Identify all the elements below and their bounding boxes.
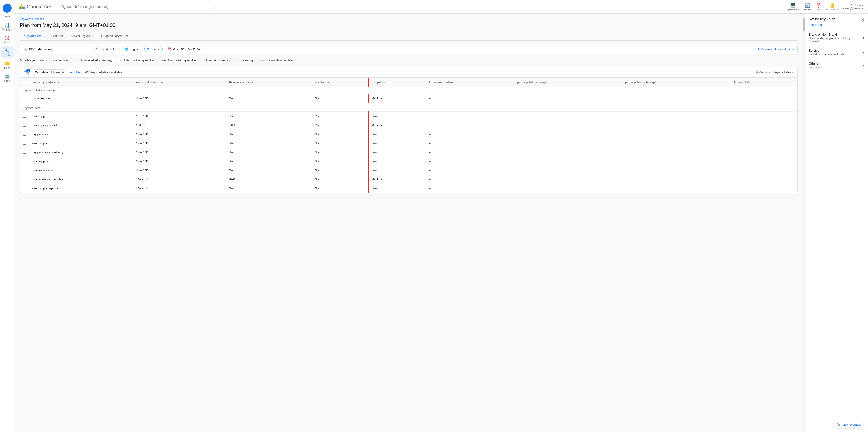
network-chip[interactable]: G Google [144, 46, 163, 52]
row-checkbox-cell[interactable] [20, 120, 29, 129]
search-box[interactable]: 🔍 [57, 2, 215, 11]
row-checkbox-cell[interactable] [20, 175, 29, 184]
appearance-button[interactable]: 🖥️ Appearance [787, 2, 799, 11]
col-competition: Competition [369, 78, 426, 87]
select-all-checkbox[interactable] [23, 80, 26, 84]
search-icon: 🔍 [61, 4, 65, 9]
broaden-chip-digital-marketing-strategy[interactable]: + digital marketing strategy [74, 58, 115, 63]
bid-low-cell [512, 120, 620, 129]
expand-all-link[interactable]: Expand all [809, 23, 864, 26]
search-input[interactable] [67, 5, 211, 8]
refresh-icon: 🔄 [805, 2, 810, 8]
yoy-cell: 0% [312, 148, 369, 156]
row-checkbox-cell[interactable] [20, 184, 29, 193]
table-row: amazon ppc agency 100 – 1K 0% 0% Low – [20, 184, 798, 193]
keyword-cell: google ppc ads [29, 156, 133, 166]
row-checkbox[interactable] [23, 114, 26, 118]
sidebar-item-billing[interactable]: 💳 Billing [1, 59, 13, 71]
row-checkbox-cell[interactable] [20, 112, 29, 120]
keyword-cell: google ppc [29, 112, 133, 120]
tab-negative-keywords[interactable]: Negative keywords [98, 32, 131, 40]
tab-keyword-ideas[interactable]: Keyword ideas [20, 32, 48, 40]
broaden-chip-internet-marketing[interactable]: + internet marketing [200, 58, 233, 63]
vertical-scrollbar[interactable] [803, 13, 805, 432]
brand-section-header[interactable]: Brand or Non-Brand Non-Brands, google, a… [809, 33, 864, 43]
svg-point-1 [22, 7, 25, 9]
row-checkbox[interactable] [23, 96, 26, 100]
topbar-actions: 🖥️ Appearance 🔄 Refresh ❓ Help 🔔 Notific… [787, 2, 864, 11]
chip-label: social media advertising [263, 59, 294, 62]
row-checkbox-cell[interactable] [20, 139, 29, 148]
broaden-chip-marketing[interactable]: + marketing [234, 58, 256, 63]
notifications-button[interactable]: 🔔 Notifications [826, 2, 838, 11]
exclude-close-icon[interactable]: ✕ [62, 70, 64, 74]
refresh-button[interactable]: 🔄 Refresh [804, 2, 811, 11]
row-checkbox[interactable] [23, 123, 26, 126]
keyword-search-input[interactable] [29, 48, 88, 51]
keyword-view-button[interactable]: Keyword view ▾ [773, 70, 794, 74]
filter-icon-wrap[interactable]: 🔧 1 [24, 69, 29, 75]
broaden-chip-digital-marketing-service[interactable]: + digital marketing service [117, 58, 157, 63]
broaden-chip-online-marketing-service[interactable]: + online marketing service [159, 58, 199, 63]
date-range-chip[interactable]: 📅 May 2023 - Apr 2024 ▾ [164, 46, 206, 52]
service-section-header[interactable]: Service marketing, management, sales ▾ [809, 49, 864, 56]
bid-high-cell [620, 112, 731, 120]
sidebar-item-goals[interactable]: 🎯 Goals [1, 33, 13, 46]
breadcrumb[interactable]: Keyword Planner > [20, 17, 798, 21]
account-status-cell [731, 129, 798, 139]
chip-label: marketing [240, 59, 253, 62]
refresh-label: Refresh [804, 8, 811, 11]
scrollbar-thumb[interactable] [803, 18, 805, 32]
row-checkbox[interactable] [23, 132, 26, 136]
select-all-header[interactable] [20, 78, 29, 87]
account-status-cell [731, 148, 798, 156]
table-row: google pay per click 100 – 1K -90% 0% Me… [20, 120, 798, 129]
keyword-cell: amazon ppc [29, 139, 133, 148]
ad-impression-cell: – [426, 175, 512, 184]
row-checkbox[interactable] [23, 159, 26, 163]
bid-low-cell [512, 129, 620, 139]
sidebar-item-tools[interactable]: 🔧 Tools [1, 46, 13, 58]
sidebar-item-campaigns[interactable]: 📊 Campaigns [1, 21, 13, 32]
sidebar-item-admin[interactable]: ⚙️ Admin [1, 72, 13, 84]
table-body: Keywords that you provided ppc advertisi… [20, 87, 798, 193]
tab-forecast[interactable]: Forecast [48, 32, 67, 40]
row-checkbox-cell[interactable] [20, 148, 29, 156]
table-row: amazon ppc 1K – 10K 0% 0% Low – [20, 139, 798, 148]
chevron-down-icon: ▾ [201, 48, 203, 51]
add-filter-button[interactable]: Add filter [70, 70, 82, 74]
row-checkbox[interactable] [23, 168, 26, 172]
row-checkbox[interactable] [23, 186, 26, 190]
broaden-chip-social-media-advertising[interactable]: + social media advertising [257, 58, 297, 63]
close-panel-button[interactable]: ✕ [861, 17, 864, 22]
download-button[interactable]: ⬇ Download keyword ideas [757, 48, 794, 51]
others-section-header[interactable]: Others price, model ▾ [809, 62, 864, 69]
bid-high-cell [620, 166, 731, 175]
tab-saved-keywords[interactable]: Saved keywords [67, 32, 98, 40]
bid-high-cell [620, 129, 731, 139]
help-button[interactable]: ❓ Help [816, 2, 822, 11]
row-checkbox[interactable] [23, 150, 26, 154]
feedback-button[interactable]: 💬 Give feedback [833, 421, 864, 428]
broaden-chip-advertising[interactable]: + advertising [50, 58, 72, 63]
row-checkbox[interactable] [23, 141, 26, 145]
row-checkbox-cell[interactable] [20, 129, 29, 139]
table-row: ppc advertising 1K – 10K 0% 0% Medium – [20, 94, 798, 103]
account-info[interactable]: Ad Account email@gmail.com [843, 4, 864, 10]
columns-button[interactable]: ⊞ Columns [756, 70, 771, 74]
row-checkbox-cell[interactable] [20, 156, 29, 166]
row-checkbox[interactable] [23, 177, 26, 181]
ideas-section-label: Keyword ideas [20, 105, 798, 112]
row-checkbox-cell[interactable] [20, 166, 29, 175]
avg-monthly-cell: 1K – 10K [133, 112, 226, 120]
filter-bar: 🔍 📍 United States 🌐 English G Google [20, 44, 798, 54]
calendar-icon: 📅 [167, 48, 171, 51]
language-chip[interactable]: 🌐 English [122, 46, 142, 52]
location-chip[interactable]: 📍 United States [92, 46, 120, 52]
ad-impression-cell: – [426, 166, 512, 175]
avg-monthly-cell: 100 – 1K [133, 184, 226, 193]
table-row: google click ads 1K – 10K 0% 0% Low – [20, 166, 798, 175]
row-checkbox-cell[interactable] [20, 94, 29, 103]
logo-area: Google Ads [18, 3, 52, 10]
create-button[interactable]: + [3, 4, 12, 12]
